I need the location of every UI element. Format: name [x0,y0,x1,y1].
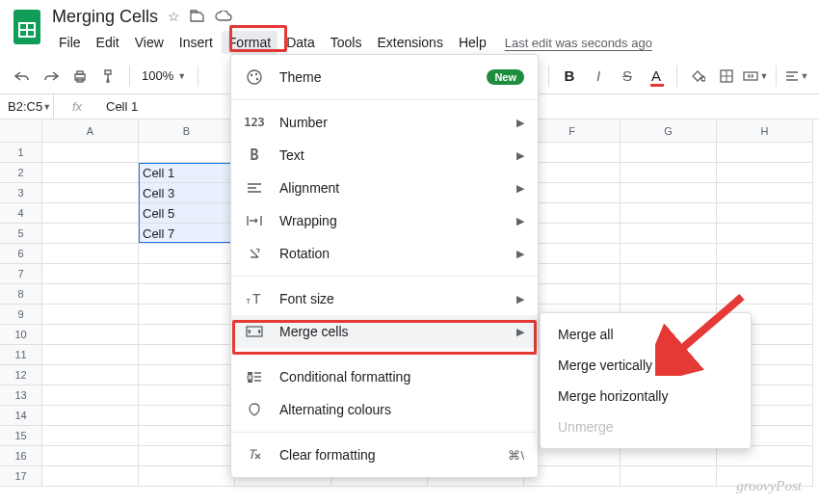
row-header[interactable]: 10 [0,325,42,345]
redo-button[interactable] [38,63,65,90]
col-header-B[interactable]: B [139,119,235,143]
cell-A17[interactable] [42,466,139,487]
row-header[interactable]: 7 [0,264,42,284]
italic-button[interactable]: I [585,63,612,90]
menu-number[interactable]: 123 Number ▶ [231,106,538,139]
cell-F5[interactable] [524,224,621,244]
menu-font-size[interactable]: тT Font size ▶ [231,282,538,315]
cell-A16[interactable] [42,446,139,466]
cell-F3[interactable] [524,183,621,203]
select-all-corner[interactable] [0,119,42,143]
row-header[interactable]: 13 [0,385,42,406]
cell-G6[interactable] [621,244,717,264]
cell-B2[interactable]: Cell 1 [139,163,235,183]
row-header[interactable]: 12 [0,365,42,385]
cell-B15[interactable] [139,426,235,446]
cell-G1[interactable] [621,143,717,163]
menu-tools[interactable]: Tools [324,31,369,54]
cell-G16[interactable] [621,446,717,466]
row-header[interactable]: 3 [0,183,42,203]
fill-color-button[interactable] [684,63,711,90]
last-edit[interactable]: Last edit was seconds ago [505,36,652,50]
menu-text[interactable]: B Text ▶ [231,139,538,172]
doc-title[interactable]: Merging Cells [52,7,158,27]
cell-A11[interactable] [42,345,139,365]
cell-G2[interactable] [621,163,717,183]
col-header-H[interactable]: H [717,119,813,143]
cell-F4[interactable] [524,203,621,224]
merge-horizontally[interactable]: Merge horizontally [541,381,751,411]
cell-H5[interactable] [717,224,813,244]
cell-B4[interactable]: Cell 5 [139,203,235,224]
row-header[interactable]: 16 [0,446,42,466]
cell-A8[interactable] [42,284,139,305]
cloud-icon[interactable] [215,11,232,22]
cell-H6[interactable] [717,244,813,264]
cell-H1[interactable] [717,143,813,163]
cell-A7[interactable] [42,264,139,284]
row-header[interactable]: 15 [0,426,42,446]
undo-button[interactable] [9,63,36,90]
paint-format-button[interactable] [95,63,122,90]
cell-A13[interactable] [42,385,139,406]
col-header-A[interactable]: A [42,119,139,143]
cell-G8[interactable] [621,284,717,305]
cell-B13[interactable] [139,385,235,406]
cell-B6[interactable] [139,244,235,264]
cell-B1[interactable] [139,143,235,163]
cell-A1[interactable] [42,143,139,163]
menu-theme[interactable]: Theme New [231,61,538,93]
row-header[interactable]: 2 [0,163,42,183]
cell-A10[interactable] [42,325,139,345]
cell-A5[interactable] [42,224,139,244]
cell-B12[interactable] [139,365,235,385]
star-icon[interactable]: ☆ [168,9,180,24]
row-header[interactable]: 5 [0,224,42,244]
row-header[interactable]: 17 [0,466,42,487]
cell-A15[interactable] [42,426,139,446]
cell-B8[interactable] [139,284,235,305]
cell-B14[interactable] [139,406,235,426]
cell-A14[interactable] [42,406,139,426]
menu-extensions[interactable]: Extensions [370,31,449,54]
menu-merge-cells[interactable]: Merge cells ▶ [231,315,538,348]
cell-H7[interactable] [717,264,813,284]
cell-A2[interactable] [42,163,139,183]
cell-A3[interactable] [42,183,139,203]
row-header[interactable]: 11 [0,345,42,365]
move-icon[interactable] [190,10,205,23]
name-box[interactable]: B2:C5▼ [0,99,53,114]
cell-F1[interactable] [524,143,621,163]
zoom-selector[interactable]: 100%▼ [136,68,192,83]
menu-wrapping[interactable]: Wrapping ▶ [231,204,538,237]
menu-help[interactable]: Help [452,31,493,54]
cell-F17[interactable] [524,466,621,487]
strike-button[interactable]: S [614,63,641,90]
menu-conditional[interactable]: Conditional formatting [231,360,538,393]
cell-F2[interactable] [524,163,621,183]
row-header[interactable]: 14 [0,406,42,426]
merge-toolbar-button[interactable]: ▼ [742,63,769,90]
cell-B17[interactable] [139,466,235,487]
row-header[interactable]: 1 [0,143,42,163]
cell-B16[interactable] [139,446,235,466]
menu-data[interactable]: Data [279,31,322,54]
cell-A9[interactable] [42,305,139,325]
cell-A4[interactable] [42,203,139,224]
row-header[interactable]: 4 [0,203,42,224]
cell-H16[interactable] [717,446,813,466]
bold-button[interactable]: B [556,63,583,90]
cell-B5[interactable]: Cell 7 [139,224,235,244]
menu-file[interactable]: File [52,31,88,54]
cell-G7[interactable] [621,264,717,284]
menu-alignment[interactable]: Alignment ▶ [231,172,538,204]
cell-A12[interactable] [42,365,139,385]
cell-F6[interactable] [524,244,621,264]
menu-rotation[interactable]: Rotation ▶ [231,237,538,270]
cell-H3[interactable] [717,183,813,203]
row-header[interactable]: 8 [0,284,42,305]
col-header-F[interactable]: F [524,119,621,143]
row-header[interactable]: 6 [0,244,42,264]
menu-format[interactable]: Format [222,31,277,54]
align-button[interactable]: ▼ [783,63,810,90]
